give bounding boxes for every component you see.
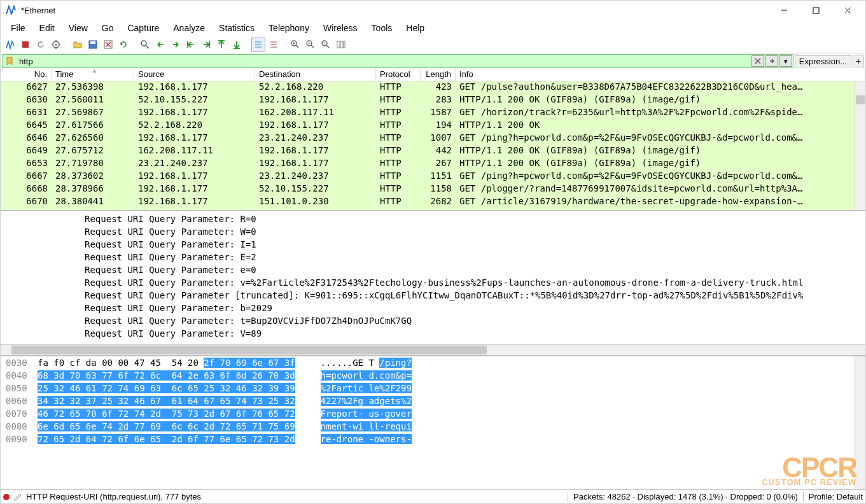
close-file-button[interactable] <box>101 38 115 52</box>
column-header-info[interactable]: Info <box>456 69 865 81</box>
go-last-packet-button[interactable] <box>214 38 228 52</box>
detail-line[interactable]: Request URI Query Parameter [truncated]:… <box>3 289 863 302</box>
packet-details-pane: Request URI Query Parameter: R=0Request … <box>1 211 865 356</box>
column-header-protocol[interactable]: Protocol <box>376 69 421 81</box>
hex-line[interactable]: 007046 72 65 70 6f 72 74 2d 75 73 2d 67 … <box>6 409 860 421</box>
restart-capture-button[interactable] <box>34 38 48 52</box>
svg-rect-40 <box>344 41 345 48</box>
zoom-in-button[interactable] <box>288 38 302 52</box>
column-header-source[interactable]: Source <box>134 69 255 81</box>
maximize-button[interactable] <box>803 3 828 17</box>
svg-rect-39 <box>340 41 343 48</box>
svg-point-16 <box>141 41 146 46</box>
detail-line[interactable]: Request URI Query Parameter: R=0 <box>3 213 863 225</box>
filter-apply-button[interactable] <box>765 55 778 67</box>
svg-line-17 <box>146 45 149 48</box>
filter-bookmark-icon[interactable] <box>4 55 15 67</box>
menu-file[interactable]: File <box>4 21 32 35</box>
auto-scroll-button[interactable] <box>230 38 244 52</box>
go-forward-button[interactable] <box>169 38 183 52</box>
packet-row[interactable]: 662727.536398192.168.1.17752.2.168.220HT… <box>1 81 865 94</box>
svg-text:1: 1 <box>323 41 326 45</box>
hex-line[interactable]: 004068 3d 70 63 77 6f 72 6c 64 2e 63 6f … <box>6 370 860 383</box>
sort-ascending-icon: ▴ <box>93 69 96 74</box>
svg-rect-1 <box>813 8 819 13</box>
status-selected-field: HTTP Request-URI (http.request.uri), 777… <box>26 492 201 501</box>
open-file-button[interactable] <box>71 38 85 52</box>
packet-row[interactable]: 666828.378966192.168.1.17752.10.155.227H… <box>1 183 865 196</box>
column-header-length[interactable]: Length <box>421 69 456 81</box>
detail-line[interactable]: Request URI Query Parameter: t=Bup2OVCVi… <box>3 314 863 327</box>
packet-row[interactable]: 664527.61756652.2.168.220192.168.1.177HT… <box>1 120 865 132</box>
packet-row[interactable]: 665327.71978023.21.240.237192.168.1.177H… <box>1 158 865 171</box>
detail-line[interactable]: Request URI Query Parameter: b=2029 <box>3 302 863 314</box>
reload-file-button[interactable] <box>116 38 130 52</box>
colorize-button[interactable] <box>251 38 265 52</box>
detail-line[interactable]: Request URI Query Parameter: V=89 <box>3 327 863 340</box>
filter-history-button[interactable]: ▾ <box>779 55 792 67</box>
packet-list-body[interactable]: 662727.536398192.168.1.17752.2.168.220HT… <box>1 81 865 210</box>
filter-expression-button[interactable]: Expression... <box>795 55 851 67</box>
minimize-button[interactable] <box>771 3 797 17</box>
menu-wireless[interactable]: Wireless <box>317 21 364 35</box>
edit-capture-comment-icon[interactable] <box>13 493 22 501</box>
detail-line[interactable]: Request URI Query Parameter: v=%2Farticl… <box>3 276 863 289</box>
hex-line[interactable]: 009072 65 2d 64 72 6f 6e 65 2d 6f 77 6e … <box>6 434 860 447</box>
detail-line[interactable]: Request URI Query Parameter: e=0 <box>3 263 863 276</box>
start-capture-button[interactable] <box>3 38 17 52</box>
packet-bytes-scrollbar[interactable] <box>855 356 865 489</box>
zoom-out-button[interactable] <box>304 38 318 52</box>
zoom-reset-button[interactable]: 1 <box>319 38 333 52</box>
packet-bytes-pane: 0030fa f0 cf da 00 00 47 45 54 20 2f 70 … <box>1 356 865 489</box>
go-first-packet-button[interactable] <box>199 38 213 52</box>
column-header-time[interactable]: Time▴ <box>52 69 134 81</box>
menu-view[interactable]: View <box>62 21 94 35</box>
filter-toolbar: ▾ Expression... + <box>1 53 865 69</box>
packet-row[interactable]: 663127.569867192.168.1.177162.208.117.11… <box>1 107 865 120</box>
column-header-no[interactable]: No. <box>1 69 52 81</box>
menu-capture[interactable]: Capture <box>121 21 165 35</box>
menu-tools[interactable]: Tools <box>365 21 399 35</box>
capture-options-button[interactable] <box>49 38 63 52</box>
packet-details-body[interactable]: Request URI Query Parameter: R=0Request … <box>1 211 865 344</box>
column-header-destination[interactable]: Destination <box>255 69 376 81</box>
packet-list-scrollbar[interactable] <box>855 81 865 210</box>
packet-row[interactable]: 664627.626560192.168.1.17723.21.240.237H… <box>1 132 865 145</box>
save-file-button[interactable] <box>86 38 100 52</box>
filter-add-button[interactable]: + <box>853 55 864 67</box>
menu-go[interactable]: Go <box>95 21 120 35</box>
detail-line[interactable]: Request URI Query Parameter: W=0 <box>3 225 863 238</box>
hex-line[interactable]: 0030fa f0 cf da 00 00 47 45 54 20 2f 70 … <box>6 358 860 370</box>
resize-all-columns-button[interactable] <box>334 38 348 52</box>
menu-edit[interactable]: Edit <box>33 21 61 35</box>
status-packet-counts: Packets: 48262 · Displayed: 1478 (3.1%) … <box>573 492 798 501</box>
packet-row[interactable]: 667028.380441192.168.1.177151.101.0.230H… <box>1 196 865 209</box>
filter-clear-button[interactable] <box>751 55 764 67</box>
menu-statistics[interactable]: Statistics <box>213 21 261 35</box>
go-to-packet-button[interactable] <box>184 38 198 52</box>
hex-line[interactable]: 005025 32 46 61 72 74 69 63 6c 65 25 32 … <box>6 383 860 396</box>
expert-info-icon[interactable] <box>3 494 10 500</box>
stop-capture-button[interactable] <box>18 38 32 52</box>
display-filter-input[interactable] <box>17 57 751 66</box>
packet-bytes-body[interactable]: 0030fa f0 cf da 00 00 47 45 54 20 2f 70 … <box>1 356 865 489</box>
packet-row[interactable]: 663027.56001152.10.155.227192.168.1.177H… <box>1 94 865 107</box>
detail-line[interactable]: Request URI Query Parameter: I=1 <box>3 238 863 251</box>
find-packet-button[interactable] <box>138 38 152 52</box>
menu-telephony[interactable]: Telephony <box>262 21 316 35</box>
hex-line[interactable]: 00806e 6d 65 6e 74 2d 77 69 6c 6c 2d 72 … <box>6 421 860 434</box>
resize-columns-button[interactable] <box>267 38 281 52</box>
menu-help[interactable]: Help <box>400 21 431 35</box>
svg-line-36 <box>326 45 329 48</box>
menu-analyze[interactable]: Analyze <box>167 21 211 35</box>
close-button[interactable] <box>835 3 860 17</box>
details-horizontal-scrollbar[interactable] <box>1 344 865 355</box>
detail-line[interactable]: Request URI Query Parameter: E=2 <box>3 251 863 263</box>
packet-row[interactable]: 666728.373602192.168.1.17723.21.240.237H… <box>1 171 865 183</box>
status-profile[interactable]: Profile: Default <box>809 492 863 501</box>
packet-row[interactable]: 664927.675712162.208.117.11192.168.1.177… <box>1 145 865 158</box>
go-back-button[interactable] <box>153 38 167 52</box>
svg-rect-12 <box>90 41 95 44</box>
svg-line-29 <box>296 45 298 48</box>
hex-line[interactable]: 006034 32 32 37 25 32 46 67 61 64 67 65 … <box>6 396 860 409</box>
